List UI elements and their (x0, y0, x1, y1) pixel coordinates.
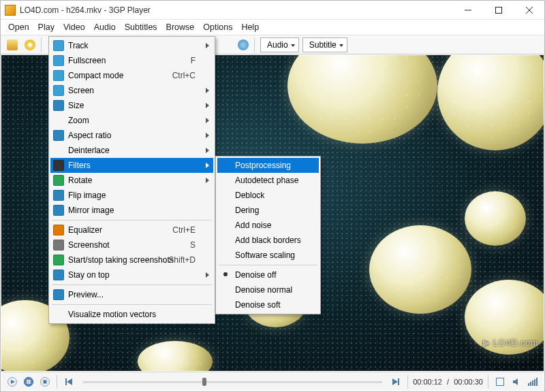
stay-on-top-icon (53, 270, 64, 280)
video-menu-size[interactable]: Size (50, 98, 213, 113)
menu-open[interactable]: Open (5, 21, 33, 33)
video-menu-rotate[interactable]: Rotate (50, 173, 213, 188)
menu-browse[interactable]: Browse (163, 21, 198, 33)
volume-button[interactable] (526, 375, 540, 389)
stop-button[interactable] (38, 375, 52, 389)
fullscreen-button[interactable] (493, 375, 507, 389)
menu-item-label: Denoise soft (235, 300, 281, 310)
svg-rect-11 (44, 380, 47, 383)
menu-video[interactable]: Video (60, 21, 89, 33)
play-button[interactable] (5, 375, 19, 389)
menu-item-shortcut: S (190, 240, 196, 250)
video-menu-zoom[interactable]: Zoom (50, 113, 213, 128)
submenu-arrow-icon (206, 133, 209, 138)
menu-item-label: Flip image (68, 191, 106, 200)
video-menu-visualize-motion-vectors[interactable]: Visualize motion vectors (50, 307, 213, 322)
submenu-arrow-icon (206, 148, 209, 153)
menu-item-shortcut: Ctrl+E (172, 225, 196, 235)
menu-item-label: Screen (68, 86, 94, 95)
time-total: 00:00:30 (454, 378, 483, 386)
filters-menu-denoise-normal[interactable]: Denoise normal (217, 282, 319, 297)
menu-item-label: Add black borders (235, 235, 301, 245)
video-menu-start-stop-taking-screenshots[interactable]: Start/stop taking screenshotsShift+D (50, 252, 213, 267)
window-title: LO4D.com - h264.mkv - 3GP Player (20, 5, 151, 15)
video-menu-preview-[interactable]: Preview... (50, 287, 213, 302)
visualize-motion-vectors-icon (53, 309, 64, 320)
toolbar-separator (41, 37, 42, 52)
video-menu-aspect-ratio[interactable]: Aspect ratio (50, 128, 213, 143)
submenu-arrow-icon (206, 88, 209, 93)
video-menu-screenshot[interactable]: ScreenshotS (50, 238, 213, 252)
fullscreen-icon (53, 55, 64, 66)
menu-item-label: Equalizer (68, 225, 102, 235)
menu-item-shortcut: F (191, 56, 196, 65)
track-icon (53, 40, 64, 51)
aspect-ratio-icon (53, 130, 64, 141)
filters-menu-software-scaling[interactable]: Software scaling (217, 248, 319, 263)
menu-item-label: Denoise normal (235, 285, 292, 295)
control-bar: 00:00:12 / 00:00:30 (1, 372, 544, 391)
prev-button[interactable] (62, 375, 76, 389)
menu-bar: Open Play Video Audio Subtitles Browse O… (1, 20, 544, 35)
maximize-button[interactable] (483, 1, 514, 19)
watermark: ▶ LO4D.com (483, 338, 538, 348)
seek-slider[interactable] (82, 377, 382, 387)
menu-audio[interactable]: Audio (91, 21, 119, 33)
zoom-icon (53, 115, 64, 126)
menu-item-label: Filters (68, 161, 91, 170)
filters-menu-denoise-soft[interactable]: Denoise soft (217, 297, 319, 312)
close-button[interactable] (514, 1, 544, 19)
audio-track-dropdown[interactable]: Audio (260, 37, 299, 52)
svg-rect-9 (29, 380, 31, 384)
menu-subtitles[interactable]: Subtitles (121, 21, 161, 33)
time-separator: / (445, 378, 451, 386)
video-menu-screen[interactable]: Screen (50, 83, 213, 98)
svg-rect-20 (532, 380, 533, 386)
settings-button[interactable] (234, 37, 252, 53)
filters-menu-add-noise[interactable]: Add noise (217, 218, 319, 233)
svg-rect-8 (27, 380, 29, 384)
filters-menu-dering[interactable]: Dering (217, 203, 319, 218)
open-file-button[interactable] (3, 37, 21, 53)
svg-rect-13 (65, 378, 67, 385)
open-disc-button[interactable] (21, 37, 39, 53)
svg-marker-14 (392, 378, 398, 385)
menu-item-label: Visualize motion vectors (68, 310, 156, 319)
preview--icon (53, 289, 64, 300)
submenu-arrow-icon (206, 118, 209, 123)
app-icon (5, 5, 16, 16)
submenu-arrow-icon (206, 163, 209, 168)
menu-play[interactable]: Play (35, 21, 58, 33)
video-menu-track[interactable]: Track (50, 38, 213, 53)
subtitle-track-dropdown[interactable]: Subtitle (302, 37, 347, 52)
title-bar: LO4D.com - h264.mkv - 3GP Player (1, 1, 544, 20)
pause-button[interactable] (22, 375, 35, 389)
mirror-image-icon (53, 205, 64, 216)
minimize-button[interactable] (452, 1, 483, 19)
menu-item-label: Add noise (235, 220, 271, 230)
video-menu-flip-image[interactable]: Flip image (50, 188, 213, 203)
video-menu-deinterlace[interactable]: Deinterlace (50, 143, 213, 158)
filters-menu-add-black-borders[interactable]: Add black borders (217, 233, 319, 248)
time-current: 00:00:12 (413, 378, 442, 386)
menu-item-label: Start/stop taking screenshots (68, 255, 174, 265)
mute-button[interactable] (510, 375, 523, 389)
start-stop-taking-screenshots-icon (53, 255, 64, 265)
video-menu-equalizer[interactable]: EqualizerCtrl+E (50, 223, 213, 238)
filters-menu-postprocessing[interactable]: Postprocessing (217, 158, 319, 173)
video-menu-compact-mode[interactable]: Compact modeCtrl+C (50, 68, 213, 83)
menu-options[interactable]: Options (200, 21, 236, 33)
video-menu-mirror-image[interactable]: Mirror image (50, 203, 213, 218)
video-menu-filters[interactable]: Filters (50, 158, 213, 173)
menu-item-label: Aspect ratio (68, 131, 111, 140)
video-menu-stay-on-top[interactable]: Stay on top (50, 267, 213, 282)
menu-help[interactable]: Help (238, 21, 262, 33)
video-menu-fullscreen[interactable]: FullscreenF (50, 53, 213, 68)
menu-item-label: Screenshot (68, 240, 110, 250)
flip-image-icon (53, 190, 64, 201)
filters-menu-deblock[interactable]: Deblock (217, 188, 319, 203)
filters-menu-denoise-off[interactable]: Denoise off (217, 267, 319, 282)
filters-menu-autodetect-phase[interactable]: Autodetect phase (217, 173, 319, 188)
next-button[interactable] (389, 375, 403, 389)
svg-rect-16 (497, 378, 504, 385)
